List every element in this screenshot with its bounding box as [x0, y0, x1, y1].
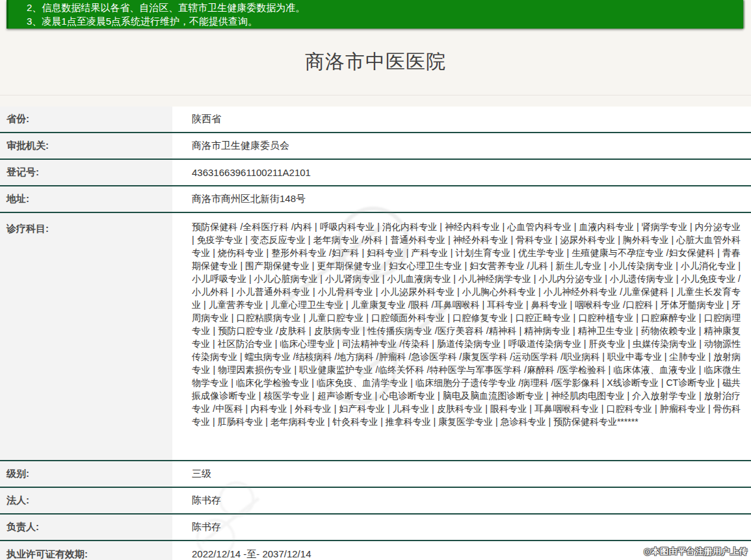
table-row-license-validity: 执业许可证有效期: 2022/12/14 -至- 2037/12/14 [0, 541, 751, 560]
row-label: 地址: [0, 186, 172, 212]
row-label: 省份: [0, 107, 172, 132]
notice-line-3: 3、凌晨1点至凌晨5点系统进行维护，不能提供查询。 [27, 14, 737, 28]
page-header: 商洛市中医医院 [0, 29, 751, 95]
row-value: 预防保健科 /全科医疗科 /内科 | 呼吸内科专业 | 消化内科专业 | 神经内… [172, 213, 751, 460]
table-row-legal-person: 法人: 陈书存 [0, 488, 751, 515]
row-label: 登记号: [0, 160, 172, 185]
page-title: 商洛市中医医院 [305, 49, 446, 75]
notice-line-2: 2、信息数据结果以各省、自治区、直辖市卫生健康委数据为准。 [27, 1, 737, 14]
table-row-address: 地址: 商洛市商州区北新街148号 [0, 186, 751, 213]
row-label: 负责人: [0, 515, 172, 540]
table-row-registration-number: 登记号: 43631663961100211A2101 [0, 160, 751, 186]
row-value: 陈书存 [172, 494, 751, 507]
row-label: 审批机关: [0, 133, 172, 159]
row-value: 陈书存 [172, 521, 751, 533]
row-label: 级别: [0, 461, 172, 487]
row-value: 43631663961100211A2101 [172, 167, 751, 178]
table-row-province: 省份: 陕西省 [0, 107, 751, 133]
table-row-medical-departments: 诊疗科目: 预防保健科 /全科医疗科 /内科 | 呼吸内科专业 | 消化内科专业… [0, 213, 751, 461]
row-label: 执业许可证有效期: [0, 541, 172, 560]
table-row-approval-authority: 审批机关: 商洛市卫生健康委员会 [0, 133, 751, 160]
row-label: 诊疗科目: [0, 213, 172, 460]
row-value: 商洛市商州区北新街148号 [172, 193, 751, 205]
row-value: 陕西省 [172, 113, 751, 125]
row-label: 法人: [0, 488, 172, 513]
photo-credit-watermark: ◎本图由平台注册用户上传 [644, 546, 748, 557]
row-value: 商洛市卫生健康委员会 [172, 140, 751, 152]
hospital-info-table: 省份: 陕西省 审批机关: 商洛市卫生健康委员会 登记号: 4363166396… [0, 107, 751, 560]
table-row-level: 级别: 三级 [0, 461, 751, 488]
row-value: 三级 [172, 468, 751, 480]
table-row-person-in-charge: 负责人: 陈书存 [0, 515, 751, 541]
notice-banner: 2、信息数据结果以各省、自治区、直辖市卫生健康委数据为准。 3、凌晨1点至凌晨5… [7, 0, 743, 29]
header-divider [0, 95, 751, 95]
